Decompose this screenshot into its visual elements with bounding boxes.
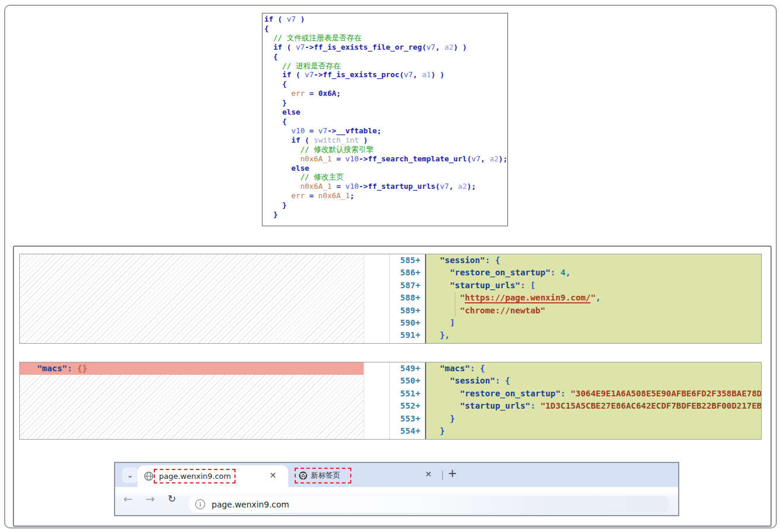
forward-button[interactable]: → [146,492,155,505]
code-line: { [264,24,507,33]
code-line: n0x6A_1 = v10->ff_search_template_url(v7… [264,154,507,164]
reload-button[interactable]: ↻ [168,493,176,505]
code-line: { [264,52,507,61]
line-number: 591+ [390,329,425,341]
tab-separator [442,471,443,480]
info-icon[interactable]: i [195,499,205,509]
code-line: { [264,80,507,89]
tab-search-button[interactable]: ⌄ [122,467,138,483]
chrome-icon [299,471,307,480]
diff-added-code: "session": { "restore_on_startup": 4, "s… [425,254,761,343]
code-line: } [430,425,761,437]
code-line: "https://page.wenxin9.com/", [430,292,761,304]
code-line: if ( v7->ff_is_exists_file_or_reg(v7, a2… [264,43,507,52]
line-number: 554+ [390,425,425,437]
tab-inactive-highlight[interactable]: 新标签页 [295,468,351,483]
new-tab-button[interactable]: + [448,467,457,479]
figure-canvas: if ( v7 ){ // 文件或注册表是否存在 if ( v7->ff_is_… [0,0,781,532]
code-line: v10 = v7->__vftable; [264,126,507,136]
code-line: } [264,210,507,219]
line-number: 549+ [390,362,425,375]
code-line: { [264,117,507,126]
line-number: 589+ [390,305,425,317]
tab-strip: ⌄ page.wenxin9.com ✕ [115,463,678,487]
code-line: if ( switch_int ) [264,136,507,145]
decompiler-pseudocode-panel: if ( v7 ){ // 文件或注册表是否存在 if ( v7->ff_is_… [262,13,508,226]
line-number: 551+ [390,388,425,400]
close-icon: ✕ [269,471,277,480]
diff-panel-session: 585+586+587+588+589+590+591+ "session": … [19,254,762,344]
code-line: "macs": {} [27,362,364,375]
diff-added-code: "macs": { "session": { "restore_on_start… [425,362,761,439]
code-line: else [264,108,507,117]
diff-gutter [364,254,389,343]
code-line: "restore_on_startup": "3064E9E1A6A508E5E… [430,388,761,400]
back-button[interactable]: ← [123,492,133,505]
tab-label: 新标签页 [311,471,340,481]
globe-icon [144,471,154,481]
code-line: if ( v7->ff_is_exists_proc(v7, a1) ) [264,70,507,80]
diff-line-numbers: 549+550+551+552+553+554+ [389,362,425,439]
line-number: 585+ [390,254,425,267]
code-line: } [430,413,761,425]
tab-close-button[interactable]: ✕ [425,469,432,479]
diff-deleted-line: "macs": {} [20,362,364,375]
code-line: "restore_on_startup": 4, [430,267,761,279]
line-number: 550+ [390,375,425,387]
tab-active[interactable]: page.wenxin9.com ✕ [137,465,288,487]
line-number: 590+ [390,317,425,329]
browser-frame: ⌄ page.wenxin9.com ✕ [114,462,679,516]
line-number: 586+ [390,267,425,279]
code-line: // 文件或注册表是否存在 [264,33,507,43]
indent-guide [455,292,455,317]
code-line: "session": { [430,254,761,267]
tab-title-highlight: page.wenxin9.com [154,469,236,483]
line-number: 553+ [390,413,425,425]
line-number: 588+ [390,292,425,304]
diff-left-hatch: "macs": {} [20,362,364,439]
line-number: 587+ [390,279,425,292]
chevron-down-icon: ⌄ [127,471,133,479]
tab-close-button[interactable]: ✕ [269,471,277,480]
code-line: "chrome://newtab" [430,305,761,317]
diff-panel-macs: "macs": {} 549+550+551+552+553+554+ "mac… [19,362,762,440]
browser-toolbar: ← → ↻ i page.wenxin9.com [115,487,678,515]
code-line: "startup_urls": "1D3C15A5CBE27E86AC642EC… [430,400,761,412]
code-line: ] [430,317,761,329]
code-line: "startup_urls": [ [430,279,761,292]
address-bar[interactable]: i page.wenxin9.com [189,496,669,513]
code-line: "session": { [430,375,761,387]
code-line: }, [430,329,761,341]
code-line: err = 0x6A; [264,89,507,98]
code-line: n0x6A_1 = v10->ff_startup_urls(v7, a2); [264,182,507,191]
close-icon: ✕ [425,469,432,479]
code-line: else [264,164,507,173]
code-line: if ( v7 ) [264,15,507,24]
code-line: } [264,98,507,108]
diff-left-empty-hatch [20,254,364,343]
address-text: page.wenxin9.com [212,500,289,509]
code-line: } [264,201,507,210]
tab-label: page.wenxin9.com [159,472,231,481]
code-line: // 修改默认搜索引擎 [264,145,507,154]
diff-gutter [364,362,389,439]
code-line: "macs": { [430,362,761,375]
diff-line-numbers: 585+586+587+588+589+590+591+ [389,254,425,343]
line-number: 552+ [390,400,425,412]
code-line: err = n0x6A_1; [264,191,507,201]
evidence-container: 585+586+587+588+589+590+591+ "session": … [13,246,772,527]
code-line: // 进程是否存在 [264,61,507,71]
code-line: // 修改主页 [264,172,507,182]
